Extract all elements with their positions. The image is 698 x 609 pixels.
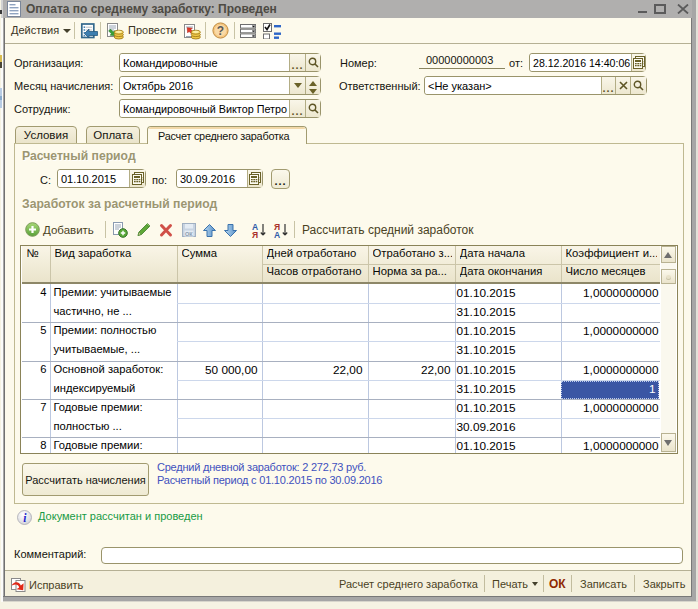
svg-text:?: ?: [217, 24, 224, 38]
